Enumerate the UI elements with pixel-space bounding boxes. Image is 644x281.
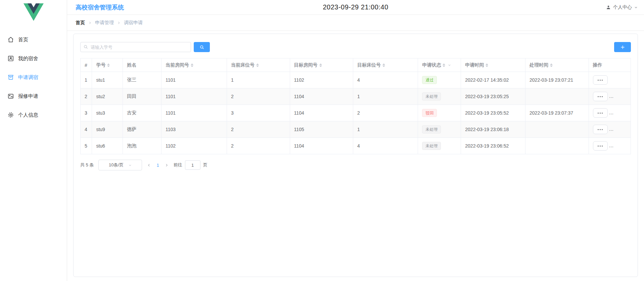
chevron-right-icon [117, 21, 121, 25]
more-actions-button[interactable] [593, 108, 608, 118]
sort-caret[interactable] [550, 62, 553, 68]
sidebar-item-label: 个人信息 [18, 112, 38, 118]
cell-current-room: 1101 [161, 105, 227, 121]
filter-chevron-icon[interactable] [448, 63, 451, 67]
breadcrumb: 首页 申请管理 调宿申请 [67, 15, 644, 31]
table-header-row: # 学号 姓名 当前房间号 当前床位号 目标房间号 目标床位号 申请状态 申请时… [81, 58, 631, 72]
cell-student-id: stu9 [92, 121, 123, 138]
cell-student-id: stu3 [92, 105, 123, 121]
cell-apply-time: 2022-03-19 23:05:25 [461, 88, 525, 105]
page-size-label: 10条/页 [109, 162, 124, 168]
prev-page-button[interactable] [147, 163, 151, 167]
sidebar-item-my-dorm[interactable]: 我的宿舍 [0, 49, 67, 68]
user-icon [606, 5, 611, 10]
cell-student-id: stu2 [92, 88, 123, 105]
cell-target-bed: 4 [353, 138, 418, 154]
sort-caret[interactable] [443, 62, 445, 68]
sort-caret[interactable] [486, 62, 488, 68]
datetime-clock: 2023-09-29 21:00:40 [323, 3, 388, 11]
search-icon [199, 45, 204, 50]
sort-caret[interactable] [256, 62, 259, 68]
toolbar [80, 42, 631, 52]
breadcrumb-home[interactable]: 首页 [76, 20, 85, 26]
page-title: 高校宿舍管理系统 [76, 3, 124, 11]
cell-status: 未处理 [418, 121, 461, 138]
cell-target-room: 1105 [290, 121, 353, 138]
cell-index: 4 [81, 121, 92, 138]
edit-button[interactable] [613, 92, 628, 101]
cell-apply-time: 2022-03-19 23:06:52 [461, 138, 525, 154]
sidebar-item-profile[interactable]: 个人信息 [0, 106, 67, 124]
next-page-button[interactable] [165, 163, 169, 167]
edit-button[interactable] [613, 108, 628, 118]
content-area: # 学号 姓名 当前房间号 当前床位号 目标房间号 目标床位号 申请状态 申请时… [67, 31, 644, 281]
cell-name: 田田 [123, 88, 162, 105]
edit-icon [618, 111, 623, 115]
cell-name: 吉安 [123, 105, 162, 121]
page-size-select[interactable]: 10条/页 [98, 160, 142, 170]
cell-target-bed: 1 [353, 121, 418, 138]
cell-index: 1 [81, 72, 92, 88]
status-badge: 驳回 [422, 109, 437, 117]
chevron-down-icon [634, 5, 638, 9]
sort-caret[interactable] [191, 62, 193, 68]
cell-actions [589, 88, 631, 105]
cell-target-bed: 1 [353, 88, 418, 105]
table-row: 5 stu6 泡泡 1102 2 1104 4 未处理 2022-03-19 2… [81, 138, 631, 154]
page-unit-label: 页 [203, 162, 208, 168]
edit-button[interactable] [613, 141, 628, 151]
sidebar-item-repair-request[interactable]: 报修申请 [0, 87, 67, 106]
table-row: 4 stu9 德萨 1103 2 1105 1 未处理 2022-03-19 2… [81, 121, 631, 138]
more-actions-button[interactable] [593, 141, 608, 151]
cell-process-time [525, 121, 589, 138]
sort-caret[interactable] [319, 62, 322, 68]
sort-caret[interactable] [107, 62, 110, 68]
cell-current-bed: 3 [227, 105, 290, 121]
cell-process-time: 2022-03-19 23:07:21 [525, 72, 589, 88]
goto-page-input[interactable] [185, 160, 200, 170]
cell-process-time: 2022-03-19 23:07:37 [525, 105, 589, 121]
topbar: 高校宿舍管理系统 2023-09-29 21:00:40 个人中心 [67, 0, 644, 15]
page-number[interactable]: 1 [156, 163, 159, 168]
col-header-status: 申请状态 [418, 58, 461, 72]
col-header-name: 姓名 [123, 58, 162, 72]
table-row: 2 stu2 田田 1101 2 1104 1 未处理 2022-03-19 2… [81, 88, 631, 105]
status-badge: 未处理 [422, 92, 441, 101]
more-actions-button[interactable] [593, 92, 608, 101]
edit-button[interactable] [613, 125, 628, 134]
transfer-icon [7, 74, 14, 81]
cell-current-room: 1102 [161, 138, 227, 154]
table-row: 3 stu3 吉安 1101 3 1104 2 驳回 2022-03-19 23… [81, 105, 631, 121]
search-button[interactable] [194, 42, 210, 52]
sidebar-item-home[interactable]: 首页 [0, 30, 67, 49]
cell-name: 德萨 [123, 121, 162, 138]
sidebar-nav: 首页 我的宿舍 申请调宿 报修申请 [0, 30, 67, 124]
pagination: 共 5 条 10条/页 1 前往 页 [80, 160, 631, 170]
search-icon [83, 44, 88, 51]
cell-apply-time: 2022-02-17 14:35:02 [461, 72, 525, 88]
col-header-target-bed: 目标床位号 [353, 58, 418, 72]
sidebar-item-transfer-request[interactable]: 申请调宿 [0, 68, 67, 87]
app-root: 首页 我的宿舍 申请调宿 报修申请 [0, 0, 644, 281]
repair-icon [7, 93, 14, 99]
more-actions-button[interactable] [593, 75, 608, 85]
status-badge: 未处理 [422, 142, 441, 150]
cell-student-id: stu1 [92, 72, 123, 88]
more-actions-button[interactable] [593, 125, 608, 134]
search-input[interactable] [80, 42, 191, 52]
cell-target-room: 1104 [290, 105, 353, 121]
sidebar-item-label: 首页 [18, 37, 28, 43]
user-menu[interactable]: 个人中心 [606, 4, 638, 10]
transfer-requests-table: # 学号 姓名 当前房间号 当前床位号 目标房间号 目标床位号 申请状态 申请时… [80, 58, 631, 154]
add-button[interactable] [614, 42, 631, 52]
edit-icon [618, 127, 623, 132]
cell-current-bed: 2 [227, 121, 290, 138]
edit-icon [618, 94, 623, 99]
dorm-icon [7, 55, 14, 62]
sort-caret[interactable] [382, 62, 385, 68]
cell-current-room: 1103 [161, 121, 227, 138]
pager: 1 [147, 163, 169, 168]
breadcrumb-request-mgmt[interactable]: 申请管理 [95, 20, 114, 26]
cell-status: 驳回 [418, 105, 461, 121]
status-badge: 未处理 [422, 125, 441, 133]
